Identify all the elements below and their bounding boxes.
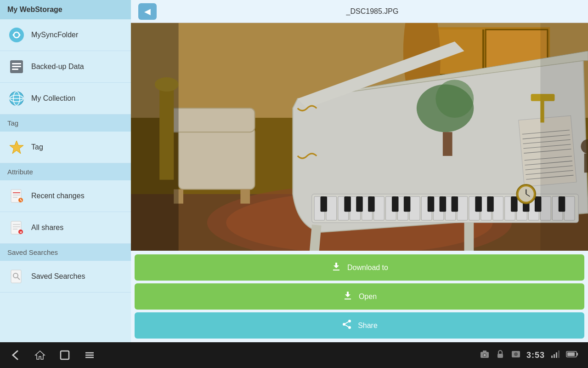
sidebar-item-tag-label: Tag — [31, 143, 43, 151]
svg-rect-108 — [540, 23, 588, 251]
section-attribute: Attribute — [0, 163, 131, 180]
open-label: Open — [359, 293, 377, 301]
signal-icon — [550, 349, 560, 362]
svg-point-109 — [348, 320, 351, 322]
sync-icon — [7, 26, 26, 44]
tag-icon — [7, 138, 26, 156]
svg-rect-5 — [12, 66, 21, 67]
back-arrow-icon: ◀ — [144, 6, 151, 17]
saved-searches-icon — [7, 267, 26, 286]
open-icon — [342, 290, 353, 303]
piano-image — [131, 23, 588, 251]
svg-marker-11 — [10, 141, 23, 154]
sidebar-item-my-collection[interactable]: My Collection — [0, 83, 131, 115]
battery-icon — [566, 349, 579, 362]
sidebar-item-saved-searches-label: Saved Searches — [31, 272, 85, 281]
content-header: ◀ _DSC1985.JPG — [131, 0, 588, 23]
sidebar-item-saved-searches[interactable]: Saved Searches — [0, 261, 131, 293]
svg-rect-106 — [131, 23, 588, 251]
svg-rect-6 — [12, 69, 18, 70]
svg-point-124 — [514, 352, 518, 356]
share-button[interactable]: Share — [135, 312, 584, 339]
svg-rect-122 — [498, 354, 503, 358]
all-shares-icon: ✕ — [7, 218, 26, 237]
lock-status-icon — [495, 349, 505, 362]
nav-menu-button[interactable] — [84, 349, 96, 361]
sidebar: My WebStorage MySyncFolder — [0, 0, 131, 342]
svg-point-120 — [483, 354, 486, 356]
back-button[interactable]: ◀ — [138, 3, 157, 20]
nav-home-button[interactable] — [34, 349, 46, 361]
sidebar-item-all-shares-label: All shares — [31, 224, 63, 232]
svg-rect-107 — [131, 23, 179, 251]
recent-changes-icon — [7, 187, 26, 205]
svg-rect-128 — [558, 351, 560, 358]
nav-back-button[interactable] — [9, 349, 21, 361]
file-title: _DSC1985.JPG — [164, 7, 581, 16]
image-container — [131, 23, 588, 251]
sidebar-item-mysyncfolder[interactable]: MySyncFolder — [0, 19, 131, 51]
sidebar-item-tag[interactable]: Tag — [0, 132, 131, 163]
svg-rect-125 — [551, 356, 553, 358]
sidebar-item-recent-changes[interactable]: Recent changes — [0, 180, 131, 212]
collection-icon — [7, 89, 26, 108]
svg-rect-4 — [12, 63, 21, 64]
svg-point-111 — [348, 326, 351, 329]
sidebar-item-backed-up-data-label: Backed-up Data — [31, 63, 84, 71]
backed-up-icon — [7, 58, 26, 76]
time-display: 3:53 — [526, 351, 545, 360]
download-button[interactable]: Download to — [135, 254, 584, 281]
sidebar-item-all-shares[interactable]: ✕ All shares — [0, 212, 131, 244]
section-tag: Tag — [0, 115, 131, 132]
open-button[interactable]: Open — [135, 283, 584, 310]
svg-rect-126 — [554, 354, 555, 358]
sidebar-item-mysyncfolder-label: MySyncFolder — [31, 31, 78, 39]
action-buttons: Download to Open Share — [131, 251, 588, 342]
nav-recents-button[interactable] — [59, 349, 71, 361]
camera-status-icon — [480, 349, 490, 362]
svg-text:✕: ✕ — [19, 230, 23, 235]
svg-rect-127 — [556, 352, 557, 358]
svg-rect-130 — [577, 353, 578, 356]
sidebar-header: My WebStorage — [0, 0, 131, 19]
sidebar-item-backed-up-data[interactable]: Backed-up Data — [0, 51, 131, 83]
bottom-bar: 3:53 — [0, 342, 588, 368]
section-saved-searches: Saved Searches — [0, 244, 131, 261]
content-area: ◀ _DSC1985.JPG — [131, 0, 588, 342]
svg-rect-121 — [483, 351, 486, 352]
svg-rect-25 — [11, 270, 21, 283]
svg-point-110 — [343, 323, 345, 326]
svg-rect-114 — [61, 351, 69, 359]
svg-line-112 — [345, 325, 349, 327]
download-icon — [331, 261, 342, 274]
photo-status-icon — [511, 349, 521, 362]
svg-rect-131 — [567, 352, 575, 356]
svg-point-0 — [9, 28, 24, 42]
share-icon — [341, 319, 352, 332]
bottom-nav-left — [9, 349, 96, 361]
svg-line-113 — [345, 322, 349, 324]
share-label: Share — [358, 322, 378, 330]
sidebar-item-recent-changes-label: Recent changes — [31, 192, 85, 200]
bottom-status-right: 3:53 — [480, 349, 579, 362]
sidebar-item-my-collection-label: My Collection — [31, 94, 75, 103]
download-label: Download to — [347, 264, 388, 272]
